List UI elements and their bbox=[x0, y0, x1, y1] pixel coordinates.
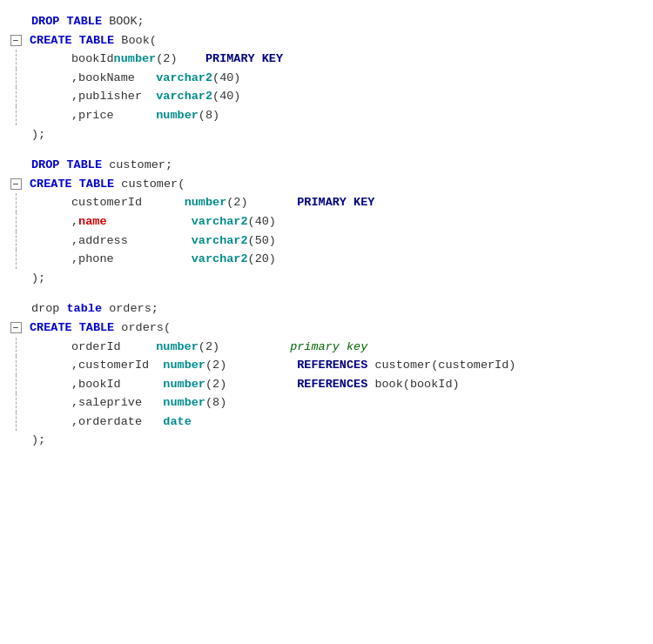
token: number bbox=[163, 378, 205, 391]
code-line: ,name varchar2(40) bbox=[7, 212, 646, 231]
token: BOOK; bbox=[109, 15, 145, 28]
token: varchar2 bbox=[192, 234, 248, 247]
line-gutter bbox=[7, 231, 26, 251]
indent-gutter bbox=[7, 50, 26, 69]
token: book(bookId) bbox=[374, 378, 459, 391]
token: name bbox=[78, 215, 192, 228]
token: , bbox=[71, 359, 78, 372]
line-gutter: − bbox=[7, 319, 26, 338]
token: Book( bbox=[121, 34, 157, 47]
collapse-button[interactable]: − bbox=[10, 322, 22, 333]
spacer bbox=[7, 144, 646, 156]
token: customerId bbox=[78, 359, 163, 372]
line-content: ,phone varchar2(20) bbox=[26, 250, 646, 269]
line-content: bookIdnumber(2) PRIMARY KEY bbox=[26, 50, 646, 69]
line-content: ,bookName varchar2(40) bbox=[26, 69, 646, 88]
token: drop bbox=[31, 302, 67, 315]
token: TABLE bbox=[67, 15, 110, 28]
line-content: DROP TABLE BOOK; bbox=[26, 12, 646, 31]
token: date bbox=[163, 415, 191, 428]
token: , bbox=[71, 378, 78, 391]
token: customerId bbox=[71, 196, 185, 209]
code-line: customerId number(2) PRIMARY KEY bbox=[7, 193, 646, 212]
token: CREATE bbox=[30, 178, 79, 191]
code-line: ); bbox=[7, 125, 646, 144]
token: number bbox=[156, 109, 199, 122]
line-content: CREATE TABLE orders( bbox=[26, 319, 646, 338]
code-line: ,customerId number(2) REFERENCES custome… bbox=[7, 356, 646, 375]
token: varchar2 bbox=[192, 252, 248, 265]
indent-gutter bbox=[7, 125, 26, 144]
line-gutter bbox=[7, 69, 26, 88]
code-line: ); bbox=[7, 269, 646, 288]
token: PRIMARY KEY bbox=[205, 52, 283, 65]
token: (2) bbox=[226, 196, 297, 209]
code-line: ,orderdate date bbox=[7, 413, 646, 432]
line-gutter: − bbox=[7, 31, 26, 50]
line-gutter bbox=[7, 299, 26, 319]
code-line: drop table orders; bbox=[7, 299, 646, 319]
token: (8) bbox=[199, 109, 219, 122]
indent-gutter bbox=[7, 87, 26, 106]
token: TABLE bbox=[79, 321, 122, 334]
line-content: ,price number(8) bbox=[26, 106, 646, 125]
line-content: ,saleprive number(8) bbox=[26, 393, 646, 413]
token: number bbox=[156, 340, 199, 353]
token: varchar2 bbox=[156, 90, 212, 103]
token: (40) bbox=[212, 71, 240, 84]
token: customer; bbox=[109, 158, 172, 171]
token: TABLE bbox=[79, 178, 122, 191]
code-line: ,saleprive number(8) bbox=[7, 393, 646, 413]
line-content: ); bbox=[26, 269, 646, 288]
token: ); bbox=[31, 128, 45, 141]
line-content: ,bookId number(2) REFERENCES book(bookId… bbox=[26, 375, 646, 394]
token: , bbox=[71, 252, 78, 265]
token: (2) bbox=[199, 340, 290, 353]
line-content: drop table orders; bbox=[26, 299, 646, 319]
line-gutter bbox=[7, 156, 26, 175]
token: (2) bbox=[205, 378, 297, 391]
indent-gutter bbox=[7, 231, 26, 251]
token: ); bbox=[31, 272, 45, 285]
token: publisher bbox=[78, 90, 156, 103]
token: bookId bbox=[71, 52, 114, 65]
token: customer(customerId) bbox=[374, 359, 515, 372]
line-content: CREATE TABLE customer( bbox=[26, 175, 646, 194]
token: number bbox=[163, 359, 205, 372]
token: (40) bbox=[248, 215, 276, 228]
line-gutter bbox=[7, 125, 26, 144]
indent-gutter bbox=[7, 431, 26, 450]
line-content: orderId number(2) primary key bbox=[26, 338, 646, 357]
code-line: ,price number(8) bbox=[7, 106, 646, 125]
token: customer( bbox=[121, 178, 185, 191]
line-gutter bbox=[7, 338, 26, 357]
collapse-button[interactable]: − bbox=[10, 178, 22, 190]
indent-gutter bbox=[7, 269, 26, 288]
indent-gutter bbox=[7, 69, 26, 88]
collapse-button[interactable]: − bbox=[10, 35, 22, 46]
token: orders( bbox=[121, 321, 171, 334]
code-line: ,publisher varchar2(40) bbox=[7, 87, 646, 106]
token: , bbox=[71, 71, 78, 84]
line-content: CREATE TABLE Book( bbox=[26, 31, 646, 50]
line-gutter bbox=[7, 50, 26, 69]
token: (8) bbox=[205, 396, 226, 409]
token: DROP bbox=[31, 158, 67, 171]
token: phone bbox=[78, 252, 192, 265]
token: , bbox=[71, 90, 78, 103]
token: CREATE bbox=[30, 321, 79, 334]
code-line: ,phone varchar2(20) bbox=[7, 250, 646, 269]
token: , bbox=[71, 234, 78, 247]
line-gutter bbox=[7, 250, 26, 269]
line-gutter bbox=[7, 356, 26, 375]
token: REFERENCES bbox=[297, 359, 374, 372]
indent-gutter bbox=[7, 393, 26, 413]
indent-gutter bbox=[7, 356, 26, 375]
token: (20) bbox=[248, 252, 276, 265]
token: REFERENCES bbox=[297, 378, 374, 391]
code-editor: DROP TABLE BOOK;−CREATE TABLE Book(bookI… bbox=[0, 7, 653, 455]
spacer bbox=[7, 287, 646, 299]
token: (50) bbox=[248, 234, 276, 247]
line-gutter bbox=[7, 269, 26, 288]
code-line: −CREATE TABLE customer( bbox=[7, 175, 646, 194]
